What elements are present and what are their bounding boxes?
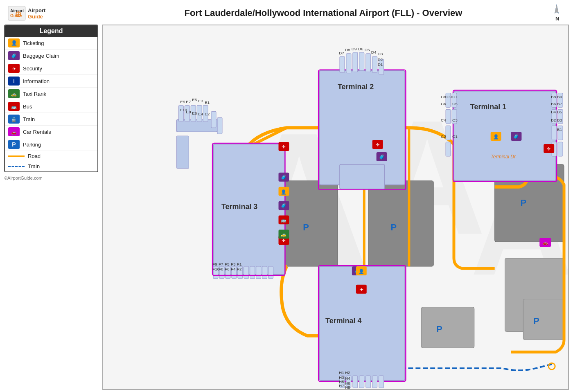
- svg-text:E3: E3: [198, 99, 203, 103]
- svg-text:F7: F7: [219, 262, 223, 266]
- svg-rect-90: [353, 376, 358, 388]
- road-label: Road: [28, 153, 41, 159]
- svg-text:B3: B3: [557, 118, 562, 122]
- page-title: Fort Lauderdale/Hollywood International …: [98, 8, 548, 18]
- svg-text:B2: B2: [551, 118, 556, 122]
- legend-item-security: ✈ Security: [5, 62, 97, 75]
- svg-text:🧳: 🧳: [280, 174, 287, 181]
- terminal2-label: Terminal 2: [338, 83, 374, 91]
- svg-rect-73: [446, 109, 451, 124]
- terminal1-label: Terminal 1: [470, 103, 506, 111]
- svg-rect-36: [421, 307, 474, 348]
- svg-text:🧳: 🧳: [11, 52, 18, 59]
- svg-rect-55: [250, 266, 255, 279]
- taxi-label: Taxi Rank: [23, 91, 46, 97]
- svg-rect-32: [284, 181, 338, 266]
- svg-text:B6: B6: [551, 101, 556, 106]
- map-area: A A A: [102, 25, 569, 390]
- legend-item-ticketing: 👤 Ticketing: [5, 37, 97, 50]
- svg-text:C7: C7: [452, 95, 458, 99]
- airport-svg-map: A A A: [103, 25, 568, 389]
- parking-p5-label: P: [533, 316, 539, 326]
- svg-rect-75: [446, 142, 451, 156]
- svg-text:E6: E6: [192, 111, 197, 115]
- svg-text:E1: E1: [205, 100, 210, 105]
- svg-rect-67: [366, 54, 371, 72]
- svg-text:D9: D9: [352, 47, 357, 51]
- svg-text:E8: E8: [186, 110, 191, 114]
- svg-rect-37: [523, 299, 564, 340]
- legend-item-parking: P Parking: [5, 138, 97, 151]
- svg-text:H8: H8: [345, 385, 350, 389]
- svg-text:C3: C3: [452, 118, 458, 122]
- svg-text:F9: F9: [212, 262, 217, 266]
- svg-text:C1: C1: [452, 134, 458, 139]
- legend-panel: Legend 👤 Ticketing 🧳 Baggage Claim ✈: [4, 25, 98, 390]
- baggage-label: Baggage Claim: [23, 53, 59, 59]
- svg-text:D6: D6: [358, 47, 363, 51]
- svg-text:D5: D5: [365, 47, 370, 52]
- svg-text:H4: H4: [345, 376, 350, 381]
- svg-rect-56: [256, 266, 261, 279]
- svg-text:E4: E4: [198, 112, 203, 116]
- svg-text:🚗: 🚗: [542, 240, 548, 246]
- svg-rect-47: [211, 111, 216, 128]
- svg-rect-63: [340, 56, 345, 73]
- svg-text:E2: E2: [205, 112, 210, 116]
- svg-text:👤: 👤: [359, 268, 364, 274]
- svg-marker-9: [555, 4, 559, 14]
- svg-point-38: [548, 363, 555, 369]
- legend-title: Legend: [5, 25, 97, 37]
- svg-rect-74: [446, 126, 451, 140]
- svg-text:🧳: 🧳: [379, 154, 386, 160]
- legend-item-train: 🚆 Train: [5, 113, 97, 126]
- parking-label: Parking: [23, 142, 41, 148]
- svg-text:👤: 👤: [11, 40, 17, 46]
- legend-item-bus: 🚌 Bus: [5, 100, 97, 113]
- svg-text:F4: F4: [231, 267, 236, 271]
- legend-item-car-rentals: 🚗 Car Rentals: [5, 126, 97, 138]
- svg-rect-64: [346, 54, 351, 73]
- svg-text:B9: B9: [557, 95, 562, 99]
- svg-text:Guide: Guide: [28, 14, 43, 20]
- svg-text:B4: B4: [551, 110, 556, 114]
- parking-p3-label: P: [520, 198, 526, 208]
- parking-icon: P: [8, 140, 20, 149]
- svg-rect-61: [340, 164, 385, 189]
- svg-text:C9: C9: [447, 95, 452, 99]
- svg-text:H2: H2: [345, 370, 350, 375]
- svg-text:D3: D3: [378, 52, 383, 56]
- svg-text:B8: B8: [551, 95, 556, 99]
- svg-text:✈: ✈: [282, 238, 286, 243]
- svg-text:Airport: Airport: [28, 7, 46, 14]
- svg-text:👤: 👤: [493, 134, 499, 140]
- svg-text:F5: F5: [225, 262, 230, 266]
- legend-item-baggage: 🧳 Baggage Claim: [5, 50, 97, 62]
- svg-text:🚌: 🚌: [11, 104, 17, 110]
- svg-text:C5: C5: [452, 101, 458, 106]
- information-label: Information: [23, 78, 50, 84]
- ticketing-icon: 👤: [8, 38, 20, 47]
- svg-text:i: i: [13, 78, 15, 84]
- information-icon: i: [8, 77, 20, 86]
- svg-text:N: N: [555, 16, 559, 22]
- svg-text:B7: B7: [557, 101, 562, 106]
- svg-text:🚕: 🚕: [11, 91, 17, 97]
- train-label: Train: [23, 116, 35, 122]
- svg-text:B1: B1: [557, 127, 562, 132]
- svg-rect-93: [372, 376, 377, 388]
- svg-text:🚌: 🚌: [281, 217, 286, 223]
- legend-item-road: Road: [5, 151, 97, 161]
- svg-text:🚆: 🚆: [11, 117, 17, 122]
- svg-text:D7: D7: [339, 51, 344, 55]
- svg-text:D1: D1: [378, 62, 383, 67]
- road-line-symbol: [8, 155, 25, 157]
- train-line-symbol: [8, 166, 25, 167]
- svg-text:H1: H1: [339, 370, 344, 375]
- svg-text:✈: ✈: [547, 146, 551, 152]
- baggage-icon: 🧳: [8, 51, 20, 60]
- svg-rect-92: [366, 376, 371, 388]
- svg-text:C6: C6: [441, 101, 446, 106]
- svg-text:C8: C8: [441, 95, 446, 99]
- svg-text:👤: 👤: [281, 189, 286, 195]
